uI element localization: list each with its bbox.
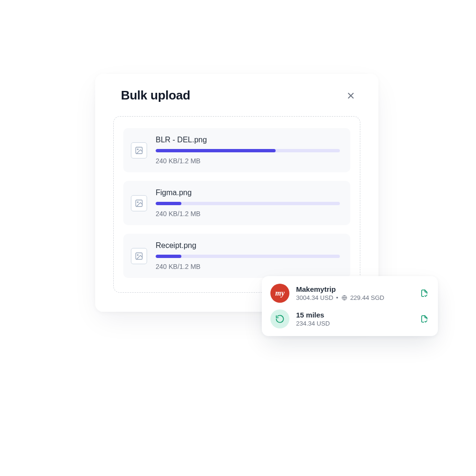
progress-fill [156,149,276,152]
panel-title: Bulk upload [121,88,190,103]
receipt-action-button[interactable] [419,288,429,298]
upload-dropzone[interactable]: BLR - DEL.png 240 KB/1.2 MB Figma.png 24… [113,116,360,293]
receipt-check-icon [420,315,428,323]
transaction-name: 15 miles [296,311,412,319]
progress-bar [156,202,340,205]
refresh-icon [275,314,285,324]
svg-point-5 [137,201,138,202]
file-name: Figma.png [156,188,340,197]
file-size: 240 KB/1.2 MB [156,210,340,218]
progress-fill [156,202,181,205]
progress-bar [156,255,340,258]
image-icon [135,146,143,155]
image-icon [135,252,143,260]
file-thumbnail [131,142,147,159]
receipt-action-button[interactable] [419,314,429,324]
transaction-row[interactable]: 15 miles 234.34 USD [270,309,429,328]
image-icon [135,199,143,208]
category-icon-refresh [270,309,289,328]
progress-fill [156,255,181,258]
transaction-name: Makemytrip [296,285,412,293]
file-thumbnail [131,248,147,264]
upload-file-row: BLR - DEL.png 240 KB/1.2 MB [123,128,350,172]
upload-file-row: Receipt.png 240 KB/1.2 MB [123,234,350,278]
close-icon [346,91,356,100]
upload-file-row: Figma.png 240 KB/1.2 MB [123,181,350,225]
transaction-subtitle: 234.34 USD [296,320,412,327]
file-size: 240 KB/1.2 MB [156,157,340,165]
file-name: BLR - DEL.png [156,136,340,144]
transaction-subtitle: 3004.34 USD • 229.44 SGD [296,294,412,301]
progress-bar [156,149,340,152]
transaction-row[interactable]: Makemytrip 3004.34 USD • 229.44 SGD [270,284,429,303]
svg-point-7 [137,254,138,255]
globe-icon [341,295,347,301]
file-size: 240 KB/1.2 MB [156,263,340,270]
file-name: Receipt.png [156,241,340,250]
receipt-check-icon [420,289,428,298]
merchant-logo-makemytrip [270,284,289,303]
transactions-popover: Makemytrip 3004.34 USD • 229.44 SGD 15 m… [262,276,438,336]
close-button[interactable] [344,89,357,102]
file-thumbnail [131,195,147,211]
svg-point-3 [137,149,138,149]
